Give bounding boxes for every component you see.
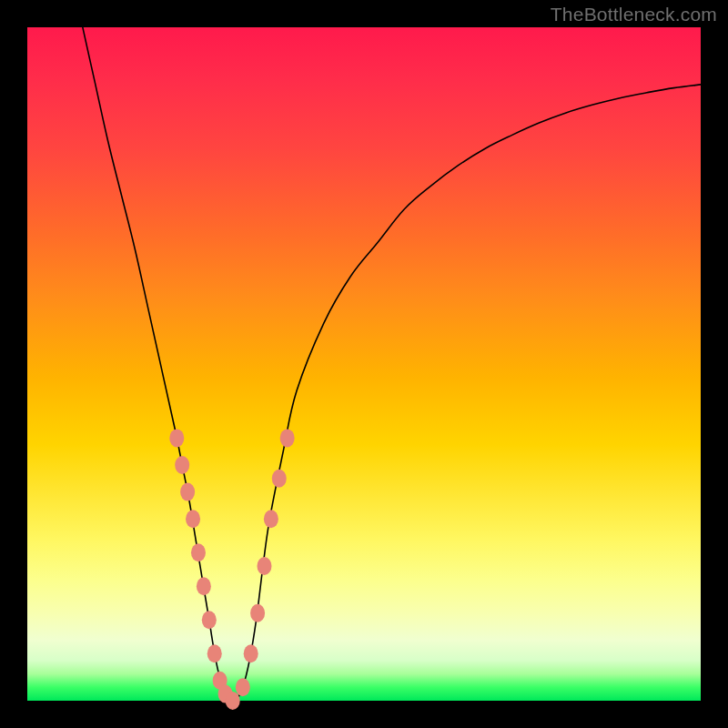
curve-marker [272, 470, 287, 488]
chart-canvas: TheBottleneck.com [0, 0, 728, 728]
curve-marker [226, 692, 240, 710]
highlighted-markers [169, 429, 294, 710]
curve-marker [191, 543, 206, 561]
curve-marker [202, 611, 217, 629]
curve-marker [175, 456, 189, 474]
curve-marker [280, 429, 295, 447]
curve-svg [27, 27, 701, 701]
plot-area [27, 27, 701, 701]
curve-marker [207, 644, 222, 662]
curve-marker [186, 510, 200, 528]
curve-marker [236, 678, 250, 696]
curve-marker [264, 510, 278, 528]
curve-marker [180, 483, 195, 501]
watermark-text: TheBottleneck.com [551, 4, 717, 25]
curve-marker [257, 557, 271, 575]
curve-marker [250, 604, 265, 622]
curve-marker [169, 429, 184, 447]
bottleneck-curve [81, 21, 701, 703]
curve-marker [197, 577, 211, 595]
curve-marker [244, 644, 258, 662]
